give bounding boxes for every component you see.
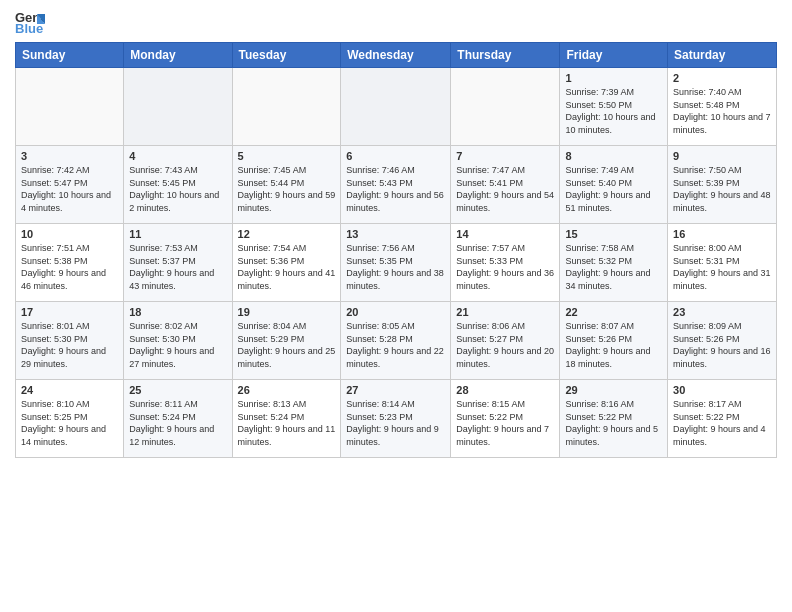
day-info: Sunrise: 8:13 AM Sunset: 5:24 PM Dayligh… [238, 398, 336, 448]
daylight-text: Daylight: 9 hours and 9 minutes. [346, 424, 439, 447]
calendar-cell-day: 6 Sunrise: 7:46 AM Sunset: 5:43 PM Dayli… [341, 146, 451, 224]
calendar-cell-empty [232, 68, 341, 146]
day-number: 30 [673, 384, 771, 396]
calendar-cell-day: 27 Sunrise: 8:14 AM Sunset: 5:23 PM Dayl… [341, 380, 451, 458]
day-info: Sunrise: 7:40 AM Sunset: 5:48 PM Dayligh… [673, 86, 771, 136]
day-number: 1 [565, 72, 662, 84]
sunrise-text: Sunrise: 7:49 AM [565, 165, 634, 175]
calendar-cell-day: 19 Sunrise: 8:04 AM Sunset: 5:29 PM Dayl… [232, 302, 341, 380]
day-number: 13 [346, 228, 445, 240]
day-number: 28 [456, 384, 554, 396]
sunrise-text: Sunrise: 8:06 AM [456, 321, 525, 331]
calendar-cell-day: 20 Sunrise: 8:05 AM Sunset: 5:28 PM Dayl… [341, 302, 451, 380]
day-info: Sunrise: 7:43 AM Sunset: 5:45 PM Dayligh… [129, 164, 226, 214]
daylight-text: Daylight: 9 hours and 12 minutes. [129, 424, 214, 447]
sunset-text: Sunset: 5:30 PM [21, 334, 88, 344]
col-saturday: Saturday [668, 43, 777, 68]
day-info: Sunrise: 7:46 AM Sunset: 5:43 PM Dayligh… [346, 164, 445, 214]
day-info: Sunrise: 8:07 AM Sunset: 5:26 PM Dayligh… [565, 320, 662, 370]
calendar-cell-day: 30 Sunrise: 8:17 AM Sunset: 5:22 PM Dayl… [668, 380, 777, 458]
daylight-text: Daylight: 10 hours and 4 minutes. [21, 190, 111, 213]
page-header: General Blue [15, 10, 777, 34]
calendar-table: Sunday Monday Tuesday Wednesday Thursday… [15, 42, 777, 458]
sunset-text: Sunset: 5:24 PM [238, 412, 305, 422]
calendar-cell-day: 7 Sunrise: 7:47 AM Sunset: 5:41 PM Dayli… [451, 146, 560, 224]
calendar-cell-day: 12 Sunrise: 7:54 AM Sunset: 5:36 PM Dayl… [232, 224, 341, 302]
day-number: 14 [456, 228, 554, 240]
sunrise-text: Sunrise: 7:56 AM [346, 243, 415, 253]
calendar-week-row: 24 Sunrise: 8:10 AM Sunset: 5:25 PM Dayl… [16, 380, 777, 458]
day-info: Sunrise: 7:53 AM Sunset: 5:37 PM Dayligh… [129, 242, 226, 292]
sunrise-text: Sunrise: 7:58 AM [565, 243, 634, 253]
day-number: 15 [565, 228, 662, 240]
calendar-cell-day: 14 Sunrise: 7:57 AM Sunset: 5:33 PM Dayl… [451, 224, 560, 302]
daylight-text: Daylight: 9 hours and 25 minutes. [238, 346, 336, 369]
calendar-cell-day: 2 Sunrise: 7:40 AM Sunset: 5:48 PM Dayli… [668, 68, 777, 146]
sunset-text: Sunset: 5:26 PM [673, 334, 740, 344]
daylight-text: Daylight: 9 hours and 20 minutes. [456, 346, 554, 369]
sunrise-text: Sunrise: 7:53 AM [129, 243, 198, 253]
sunset-text: Sunset: 5:23 PM [346, 412, 413, 422]
sunset-text: Sunset: 5:47 PM [21, 178, 88, 188]
day-number: 4 [129, 150, 226, 162]
sunset-text: Sunset: 5:22 PM [565, 412, 632, 422]
daylight-text: Daylight: 9 hours and 48 minutes. [673, 190, 771, 213]
sunset-text: Sunset: 5:37 PM [129, 256, 196, 266]
daylight-text: Daylight: 9 hours and 4 minutes. [673, 424, 766, 447]
day-number: 16 [673, 228, 771, 240]
day-info: Sunrise: 8:04 AM Sunset: 5:29 PM Dayligh… [238, 320, 336, 370]
logo-icon: General Blue [15, 10, 45, 34]
day-number: 10 [21, 228, 118, 240]
sunset-text: Sunset: 5:40 PM [565, 178, 632, 188]
sunset-text: Sunset: 5:38 PM [21, 256, 88, 266]
daylight-text: Daylight: 9 hours and 46 minutes. [21, 268, 106, 291]
calendar-cell-day: 17 Sunrise: 8:01 AM Sunset: 5:30 PM Dayl… [16, 302, 124, 380]
sunset-text: Sunset: 5:28 PM [346, 334, 413, 344]
calendar-cell-day: 5 Sunrise: 7:45 AM Sunset: 5:44 PM Dayli… [232, 146, 341, 224]
col-thursday: Thursday [451, 43, 560, 68]
col-tuesday: Tuesday [232, 43, 341, 68]
day-number: 21 [456, 306, 554, 318]
day-info: Sunrise: 8:06 AM Sunset: 5:27 PM Dayligh… [456, 320, 554, 370]
sunset-text: Sunset: 5:44 PM [238, 178, 305, 188]
day-info: Sunrise: 7:51 AM Sunset: 5:38 PM Dayligh… [21, 242, 118, 292]
sunrise-text: Sunrise: 8:13 AM [238, 399, 307, 409]
sunrise-text: Sunrise: 8:11 AM [129, 399, 198, 409]
calendar-cell-empty [451, 68, 560, 146]
sunset-text: Sunset: 5:29 PM [238, 334, 305, 344]
day-number: 7 [456, 150, 554, 162]
sunrise-text: Sunrise: 7:46 AM [346, 165, 415, 175]
sunrise-text: Sunrise: 8:01 AM [21, 321, 90, 331]
day-number: 11 [129, 228, 226, 240]
calendar-cell-day: 9 Sunrise: 7:50 AM Sunset: 5:39 PM Dayli… [668, 146, 777, 224]
daylight-text: Daylight: 9 hours and 43 minutes. [129, 268, 214, 291]
daylight-text: Daylight: 9 hours and 36 minutes. [456, 268, 554, 291]
daylight-text: Daylight: 9 hours and 18 minutes. [565, 346, 650, 369]
day-number: 27 [346, 384, 445, 396]
sunset-text: Sunset: 5:45 PM [129, 178, 196, 188]
sunrise-text: Sunrise: 7:51 AM [21, 243, 90, 253]
day-info: Sunrise: 8:11 AM Sunset: 5:24 PM Dayligh… [129, 398, 226, 448]
daylight-text: Daylight: 9 hours and 11 minutes. [238, 424, 336, 447]
calendar-cell-day: 3 Sunrise: 7:42 AM Sunset: 5:47 PM Dayli… [16, 146, 124, 224]
sunrise-text: Sunrise: 7:45 AM [238, 165, 307, 175]
sunrise-text: Sunrise: 8:07 AM [565, 321, 634, 331]
daylight-text: Daylight: 10 hours and 2 minutes. [129, 190, 219, 213]
calendar-cell-day: 1 Sunrise: 7:39 AM Sunset: 5:50 PM Dayli… [560, 68, 668, 146]
calendar-cell-empty [124, 68, 232, 146]
day-info: Sunrise: 7:56 AM Sunset: 5:35 PM Dayligh… [346, 242, 445, 292]
calendar-cell-day: 11 Sunrise: 7:53 AM Sunset: 5:37 PM Dayl… [124, 224, 232, 302]
day-info: Sunrise: 8:17 AM Sunset: 5:22 PM Dayligh… [673, 398, 771, 448]
daylight-text: Daylight: 10 hours and 10 minutes. [565, 112, 655, 135]
sunrise-text: Sunrise: 7:40 AM [673, 87, 742, 97]
sunset-text: Sunset: 5:48 PM [673, 100, 740, 110]
day-number: 29 [565, 384, 662, 396]
sunset-text: Sunset: 5:41 PM [456, 178, 523, 188]
sunrise-text: Sunrise: 8:15 AM [456, 399, 525, 409]
day-info: Sunrise: 7:49 AM Sunset: 5:40 PM Dayligh… [565, 164, 662, 214]
daylight-text: Daylight: 9 hours and 27 minutes. [129, 346, 214, 369]
daylight-text: Daylight: 9 hours and 16 minutes. [673, 346, 771, 369]
day-number: 18 [129, 306, 226, 318]
sunrise-text: Sunrise: 8:09 AM [673, 321, 742, 331]
col-monday: Monday [124, 43, 232, 68]
